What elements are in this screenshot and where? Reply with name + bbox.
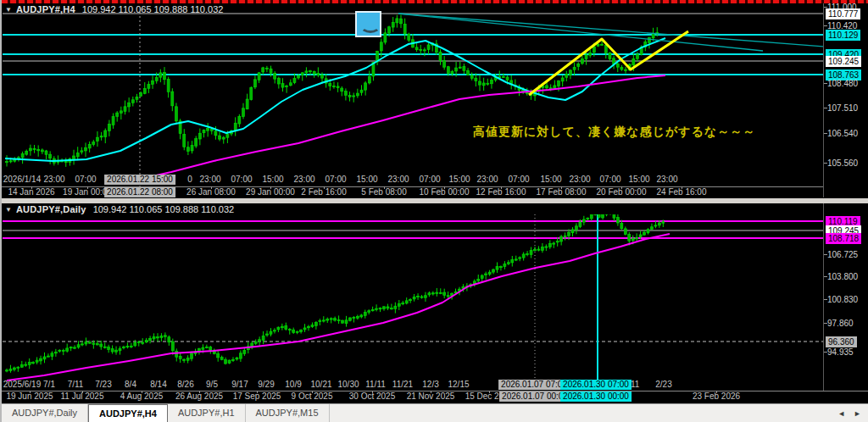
axis-tick (31, 186, 32, 189)
time-axis-label: 9/5 (206, 380, 218, 390)
candle-body (637, 54, 639, 58)
candle-body (122, 347, 125, 347)
candle-body (160, 336, 163, 337)
candle-body (234, 123, 236, 130)
plot-area-h4[interactable] (3, 12, 824, 186)
tab-audjpy-m15[interactable]: AUDJPY#,M15 (246, 404, 330, 422)
candle-body (207, 128, 209, 130)
candle-body (384, 33, 387, 42)
candle-body (253, 80, 256, 87)
candle-body (409, 300, 412, 301)
candle-body (485, 274, 487, 275)
candle-body (313, 71, 315, 74)
time-axis-h4[interactable]: 14 Jan 202619 Jan 00:002026.01.22 08:002… (2, 186, 868, 198)
time-axis-label: 8/4 (125, 380, 136, 390)
candle-body (140, 93, 142, 97)
candle-body (348, 95, 351, 97)
candle-body (526, 253, 529, 254)
price-scale-label: 103.800 (827, 271, 858, 282)
axis-tick (621, 186, 622, 189)
time-axis-label: 2026.01.22 15:00 (104, 175, 175, 185)
collapse-triangle-icon[interactable]: ▼ (5, 6, 12, 14)
candle-body (502, 76, 504, 77)
tab-audjpy-daily[interactable]: AUDJPY#,Daily (2, 404, 88, 422)
candle-body (317, 73, 320, 75)
candle-body (609, 211, 612, 213)
chart-header-h4: ▼AUDJPY#,H4109.942 110.065 109.888 110.0… (5, 4, 223, 15)
candle-body (183, 359, 186, 360)
candle-body (643, 232, 646, 235)
candle-body (266, 334, 269, 335)
candle-body (360, 90, 363, 92)
candle-body (21, 153, 24, 157)
candle-body (565, 74, 568, 77)
candle-body (487, 83, 489, 84)
plot-area-daily[interactable] (3, 208, 823, 390)
candle-body (573, 67, 576, 69)
candle-body (504, 264, 506, 267)
trendline[interactable] (398, 14, 763, 51)
price-scale-label: 106.725 (827, 249, 858, 260)
candle-body (329, 83, 331, 86)
time-axis-label: 12/3 (422, 380, 438, 390)
candle-body (147, 85, 150, 89)
candle-body (609, 53, 611, 58)
candle-body (488, 272, 491, 275)
scale-tick (824, 83, 827, 84)
candle-body (593, 47, 595, 53)
time-axis-label: 23:00 (199, 175, 220, 185)
time-axis-daily[interactable]: 19 Jun 202511 Jul 20254 Aug 202526 Aug 2… (2, 391, 868, 403)
candle-body (519, 258, 521, 258)
tab-audjpy-h4[interactable]: AUDJPY#,H4 (88, 404, 168, 422)
candle-body (239, 353, 242, 358)
candle-body (620, 68, 623, 70)
candle-body (209, 347, 212, 350)
candle-body (439, 52, 442, 60)
price-scale-h4[interactable]: 111.000110.777110.420110.129109.420109.2… (823, 3, 868, 197)
candle-body (270, 331, 272, 334)
candle-body (390, 308, 392, 309)
candle-body (298, 75, 300, 78)
trendline[interactable] (398, 14, 824, 47)
tab-scroll-left-icon[interactable]: ◄ (837, 409, 845, 418)
candle-body (100, 136, 103, 137)
candle-body (285, 325, 287, 329)
candle-body (342, 320, 344, 323)
candle-body (443, 292, 446, 295)
candle-body (624, 229, 626, 235)
time-axis-label: 2/23 (655, 380, 671, 390)
axis-tick (444, 186, 445, 189)
candle-body (191, 146, 193, 151)
time-axis-label: 15:00 (540, 175, 561, 185)
candle-body (392, 22, 394, 27)
candle-body (186, 147, 189, 152)
candle-body (581, 59, 583, 64)
candle-body (420, 297, 423, 297)
candle-body (345, 320, 348, 324)
candle-body (431, 293, 434, 294)
tab-scroll-right-icon[interactable]: ► (854, 409, 861, 418)
candle-body (447, 296, 449, 297)
candle-body (210, 129, 213, 130)
candle-body (507, 263, 509, 264)
scale-tick (824, 276, 827, 277)
collapse-triangle-icon[interactable]: ▼ (5, 206, 12, 214)
candle-body (73, 156, 75, 159)
axis-tick (312, 391, 313, 393)
price-scale-daily[interactable]: 110.119109.245108.718106.725103.800100.8… (823, 203, 868, 391)
scale-tick (824, 163, 827, 164)
candle-body (64, 162, 67, 163)
time-axis-label: 23:00 (476, 175, 498, 185)
candle-body (427, 45, 430, 50)
tab-audjpy-h1[interactable]: AUDJPY#,H1 (168, 404, 246, 422)
candle-body (459, 67, 461, 68)
mt4-terminal: ▼AUDJPY#,H4109.942 110.065 109.888 110.0… (0, 0, 868, 422)
candle-body (455, 68, 458, 71)
time-axis-label: 07:00 (508, 175, 529, 185)
time-axis-label: 15:00 (262, 175, 283, 185)
candle-body (85, 147, 87, 151)
smile-sticker-icon[interactable] (355, 11, 381, 37)
candle-body (214, 131, 217, 136)
candle-body (41, 150, 43, 152)
candle-body (175, 107, 177, 121)
